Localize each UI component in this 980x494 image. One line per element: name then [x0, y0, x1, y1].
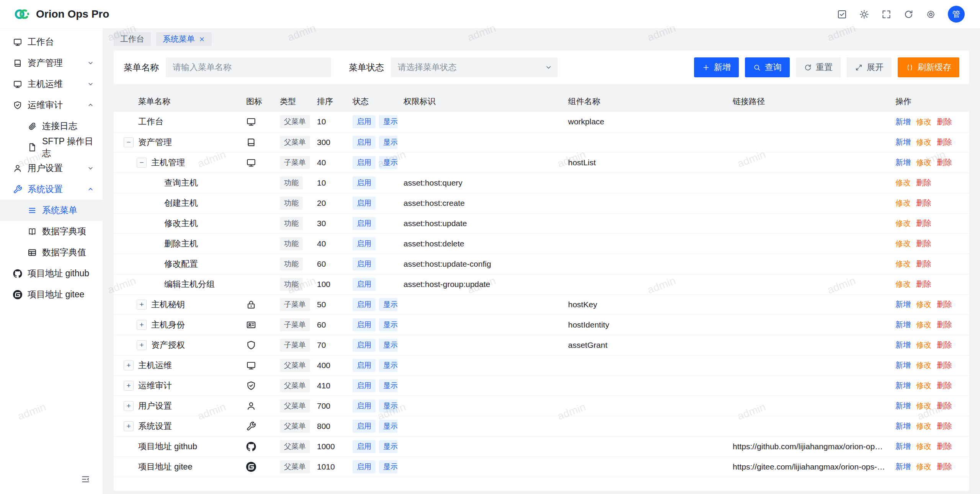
edit-action-link[interactable]: 修改 [916, 299, 931, 310]
delete-action-link[interactable]: 删除 [916, 178, 931, 188]
sidebar-item[interactable]: SFTP 操作日志 [0, 137, 103, 158]
menu-name: 项目地址 github [138, 441, 197, 452]
query-button[interactable]: 查询 [745, 57, 790, 77]
delete-action-link[interactable]: 删除 [937, 441, 952, 452]
delete-action-link[interactable]: 删除 [937, 117, 952, 127]
add-action-link[interactable]: 新增 [895, 320, 911, 330]
menu-name-label: 菜单名称 [124, 62, 159, 73]
sidebar-item[interactable]: 系统菜单 [0, 200, 103, 221]
delete-action-link[interactable]: 删除 [937, 421, 952, 431]
edit-action-link[interactable]: 修改 [895, 198, 911, 208]
sidebar-collapse-button[interactable] [77, 470, 94, 488]
add-action-link[interactable]: 新增 [895, 157, 911, 168]
delete-action-link[interactable]: 删除 [937, 380, 952, 391]
add-action-link[interactable]: 新增 [895, 401, 911, 411]
menu-table-card: 菜单名称图标类型排序状态权限标识组件名称链接路径操作 工作台父菜单10启用显示w… [114, 91, 969, 491]
tab[interactable]: 系统菜单 [156, 32, 212, 46]
menu-status-select[interactable]: 请选择菜单状态 [391, 57, 558, 77]
add-action-link[interactable]: 新增 [895, 360, 911, 370]
delete-action-link[interactable]: 删除 [916, 238, 931, 249]
edit-action-link[interactable]: 修改 [916, 421, 931, 431]
edit-action-link[interactable]: 修改 [895, 178, 911, 188]
check-square-button[interactable] [833, 5, 851, 23]
delete-action-link[interactable]: 删除 [916, 259, 931, 269]
add-action-link[interactable]: 新增 [895, 461, 911, 472]
sort-value: 1000 [317, 442, 335, 451]
user-avatar[interactable]: 管 [948, 6, 965, 23]
edit-action-link[interactable]: 修改 [916, 380, 931, 391]
status-badge: 启用 [353, 156, 376, 169]
edit-action-link[interactable]: 修改 [916, 340, 931, 350]
add-action-link[interactable]: 新增 [895, 421, 911, 431]
column-header: 权限标识 [397, 91, 562, 112]
sidebar-item[interactable]: 项目地址 gitee [0, 284, 103, 305]
sidebar-item[interactable]: 工作台 [0, 31, 103, 52]
delete-action-link[interactable]: 删除 [937, 360, 952, 370]
table-row: −主机管理子菜单40启用显示hostList新增修改删除 [114, 152, 969, 173]
fullscreen-button[interactable] [877, 5, 895, 23]
delete-action-link[interactable]: 删除 [916, 198, 931, 208]
add-button[interactable]: 新增 [694, 57, 739, 77]
edit-action-link[interactable]: 修改 [916, 157, 931, 168]
menu-name-input[interactable] [166, 57, 331, 77]
expand-row-button[interactable]: + [124, 421, 134, 431]
edit-action-link[interactable]: 修改 [916, 461, 931, 472]
delete-action-link[interactable]: 删除 [937, 461, 952, 472]
table-row: 项目地址 github父菜单1000启用显示https://github.com… [114, 436, 969, 457]
close-icon[interactable] [199, 36, 205, 42]
type-badge: 父菜单 [280, 440, 310, 453]
collapse-row-button[interactable]: − [137, 158, 147, 168]
expand-row-button[interactable]: + [137, 300, 147, 310]
sort-value: 800 [317, 422, 330, 430]
delete-action-link[interactable]: 删除 [937, 320, 952, 330]
sidebar-item[interactable]: 数据字典值 [0, 242, 103, 263]
edit-action-link[interactable]: 修改 [895, 238, 911, 249]
edit-action-link[interactable]: 修改 [895, 279, 911, 289]
theme-toggle-button[interactable] [855, 5, 873, 23]
add-action-link[interactable]: 新增 [895, 380, 911, 391]
refresh-button[interactable] [900, 5, 917, 23]
edit-action-link[interactable]: 修改 [916, 320, 931, 330]
delete-action-link[interactable]: 删除 [916, 218, 931, 228]
refresh-cache-button[interactable]: 刷新缓存 [898, 57, 959, 77]
sidebar-item[interactable]: 运维审计 [0, 95, 103, 116]
delete-action-link[interactable]: 删除 [937, 299, 952, 310]
sidebar-item[interactable]: 主机运维 [0, 73, 103, 95]
sidebar-item[interactable]: 连接日志 [0, 116, 103, 137]
add-action-link[interactable]: 新增 [895, 441, 911, 452]
edit-action-link[interactable]: 修改 [916, 137, 931, 147]
edit-action-link[interactable]: 修改 [895, 259, 911, 269]
edit-action-link[interactable]: 修改 [916, 360, 931, 370]
sidebar-item[interactable]: 数据字典项 [0, 221, 103, 242]
collapse-row-button[interactable]: − [124, 137, 134, 147]
add-action-link[interactable]: 新增 [895, 340, 911, 350]
sidebar-item[interactable]: 资产管理 [0, 52, 103, 73]
expand-row-button[interactable]: + [124, 381, 134, 391]
edit-action-link[interactable]: 修改 [916, 441, 931, 452]
sort-value: 10 [317, 178, 326, 187]
sidebar-item[interactable]: 项目地址 github [0, 263, 103, 284]
expand-row-button[interactable]: + [137, 320, 147, 330]
add-action-link[interactable]: 新增 [895, 299, 911, 310]
expand-row-button[interactable]: + [124, 360, 134, 370]
sidebar-item[interactable]: 系统设置 [0, 179, 103, 200]
delete-action-link[interactable]: 删除 [937, 401, 952, 411]
tab[interactable]: 工作台 [114, 32, 151, 46]
settings-button[interactable] [922, 5, 939, 23]
tab-label: 工作台 [120, 34, 144, 44]
add-action-link[interactable]: 新增 [895, 117, 911, 127]
status-badge: 显示 [379, 156, 397, 169]
edit-action-link[interactable]: 修改 [916, 117, 931, 127]
delete-action-link[interactable]: 删除 [937, 340, 952, 350]
edit-action-link[interactable]: 修改 [895, 218, 911, 228]
expand-button[interactable]: 展开 [847, 57, 892, 77]
delete-action-link[interactable]: 删除 [916, 279, 931, 289]
expand-row-button[interactable]: + [137, 340, 147, 350]
edit-action-link[interactable]: 修改 [916, 401, 931, 411]
delete-action-link[interactable]: 删除 [937, 137, 952, 147]
expand-row-button[interactable]: + [124, 401, 134, 411]
sidebar-item[interactable]: 用户设置 [0, 158, 103, 179]
add-action-link[interactable]: 新增 [895, 137, 911, 147]
delete-action-link[interactable]: 删除 [937, 157, 952, 168]
reset-button[interactable]: 重置 [796, 57, 841, 77]
